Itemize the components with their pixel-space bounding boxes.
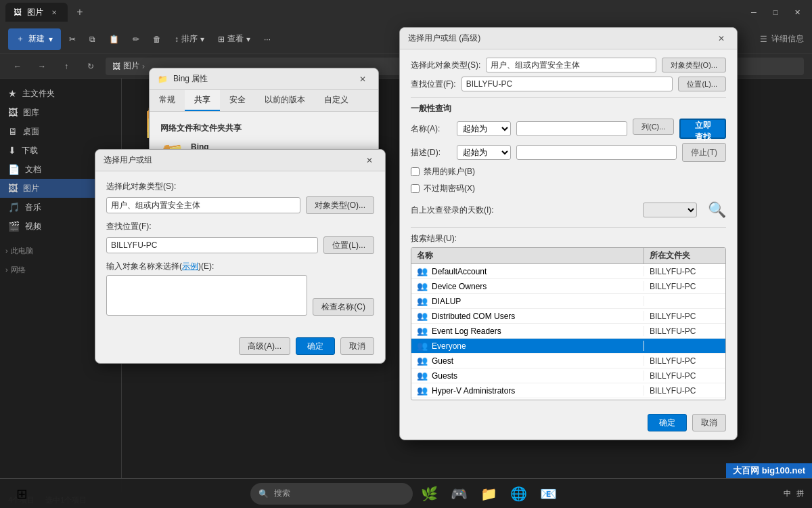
new-icon: ＋	[16, 33, 24, 45]
result-row[interactable]: 👥Distributed COM UsersBILLYFU-PC	[411, 309, 725, 324]
days-select[interactable]	[643, 203, 697, 217]
object-name-input[interactable]	[106, 275, 307, 316]
enter-name-label: 输入对象名称来选择(示例)(E):	[106, 261, 374, 272]
expand-icon-network: ›	[5, 266, 8, 274]
adv-location-btn[interactable]: 位置(L)...	[678, 77, 726, 91]
select-user-ok[interactable]: 确定	[296, 337, 335, 355]
taskbar-logo: ⊞	[8, 480, 35, 507]
tab-security[interactable]: 安全	[220, 90, 255, 111]
paste-button[interactable]: 📋	[104, 28, 125, 50]
copy-button[interactable]: ⧉	[84, 28, 101, 50]
result-name-text: Hyper-V Administrators	[432, 386, 515, 396]
no-expire-checkbox[interactable]	[411, 184, 420, 193]
taskbar-browser-icon[interactable]: 🌐	[505, 480, 532, 507]
adv-select-type-label: 选择此对象类型(S):	[411, 60, 480, 71]
minimize-button[interactable]: ─	[744, 5, 763, 20]
tab-previous[interactable]: 以前的版本	[255, 90, 315, 111]
location-button[interactable]: 位置(L)...	[323, 236, 374, 254]
check-names-button[interactable]: 检查名称(C)	[313, 298, 374, 316]
more-button[interactable]: ···	[258, 28, 276, 50]
tab-general[interactable]: 常规	[150, 90, 185, 111]
details-area: ☰ 详细信息	[760, 33, 804, 45]
disabled-account-checkbox[interactable]	[411, 167, 420, 176]
result-row[interactable]: 👥DIALUP	[411, 294, 725, 309]
delete-icon: 🗑	[153, 35, 161, 44]
tab-pictures[interactable]: 🖼 图片 ✕	[5, 3, 68, 22]
result-row[interactable]: 👥GuestBILLYFU-PC	[411, 354, 725, 368]
adv-ok-button[interactable]: 确定	[648, 414, 687, 431]
result-row[interactable]: 👥Everyone	[411, 339, 725, 354]
bing-props-icon: 📁	[158, 75, 168, 84]
name-condition-select[interactable]: 起始为	[457, 121, 511, 136]
tab-close[interactable]: ✕	[49, 7, 60, 18]
example-link[interactable]: 示例	[182, 261, 198, 271]
new-button[interactable]: ＋ 新建 ▾	[8, 28, 61, 50]
forward-button[interactable]: →	[32, 57, 51, 76]
result-location-cell: BILLYFU-PC	[644, 267, 725, 276]
bing-props-close[interactable]: ✕	[355, 72, 370, 87]
result-name-cell: 👥Distributed COM Users	[411, 311, 644, 321]
stop-button[interactable]: 停止(T)	[682, 143, 726, 162]
new-tab-button[interactable]: +	[70, 3, 89, 22]
taskbar-game-icon[interactable]: 🎮	[445, 480, 472, 507]
close-button[interactable]: ✕	[788, 5, 807, 20]
adv-cancel-button[interactable]: 取消	[692, 414, 726, 431]
result-row[interactable]: 👥IIS_IUSRSBILLYFU-PC	[411, 398, 725, 400]
query-options: 禁用的账户(B)	[411, 166, 726, 180]
up-button[interactable]: ↑	[57, 57, 76, 76]
taskbar-time: 中	[784, 488, 791, 499]
watermark: 大百网 big100.net	[726, 463, 812, 478]
tab-custom[interactable]: 自定义	[315, 90, 358, 111]
start-button[interactable]: ⊞	[8, 480, 35, 507]
result-row[interactable]: 👥Hyper-V AdministratorsBILLYFU-PC	[411, 383, 725, 398]
sort-dropdown-icon: ▾	[200, 35, 204, 44]
name-query-input[interactable]	[516, 121, 627, 136]
select-user-advanced-close[interactable]: ✕	[714, 31, 729, 46]
taskbar-nature-icon[interactable]: 🌿	[415, 480, 443, 507]
sidebar-item-desktop[interactable]: 🖥 桌面	[0, 122, 121, 141]
result-name-cell: 👥Guests	[411, 371, 644, 381]
rename-button[interactable]: ✏	[127, 28, 145, 50]
documents-icon: 📄	[8, 164, 20, 175]
back-button[interactable]: ←	[8, 57, 27, 76]
tab-share[interactable]: 共享	[185, 90, 220, 111]
result-row[interactable]: 👥DefaultAccountBILLYFU-PC	[411, 264, 725, 279]
sidebar-item-home[interactable]: ★ 主文件夹	[0, 84, 121, 103]
refresh-button[interactable]: ↻	[81, 57, 100, 76]
result-name-text: DIALUP	[432, 297, 461, 306]
select-user-adv-title: 选择用户或组 (高级)	[408, 33, 480, 44]
sidebar-item-gallery[interactable]: 🖼 图库	[0, 103, 121, 122]
advanced-button[interactable]: 高级(A)...	[239, 337, 290, 355]
desc-query-row: 描述(D): 起始为 停止(T)	[411, 143, 726, 162]
result-row[interactable]: 👥Event Log ReadersBILLYFU-PC	[411, 324, 725, 339]
adv-object-type-btn[interactable]: 对象类型(O)...	[662, 58, 726, 72]
taskbar-mail-icon[interactable]: 📧	[535, 480, 562, 507]
select-user-advanced-titlebar: 选择用户或组 (高级) ✕	[400, 28, 737, 49]
results-body: 👥DefaultAccountBILLYFU-PC👥Device OwnersB…	[411, 264, 725, 400]
taskbar-explorer-icon[interactable]: 📁	[475, 480, 502, 507]
desc-condition-select[interactable]: 起始为	[457, 145, 511, 160]
cut-button[interactable]: ✂	[64, 28, 81, 50]
result-row[interactable]: 👥Device OwnersBILLYFU-PC	[411, 279, 725, 294]
object-type-value: 用户、组或内置安全主体	[106, 197, 300, 213]
start-icon: ⊞	[16, 486, 28, 502]
sort-button[interactable]: ↕ 排序 ▾	[169, 28, 210, 50]
result-location-cell: BILLYFU-PC	[644, 312, 725, 321]
select-user-small-content: 选择此对象类型(S): 用户、组或内置安全主体 对象类型(O)... 查找位置(…	[95, 171, 385, 332]
column-btn[interactable]: 列(C)...	[633, 119, 674, 135]
result-row[interactable]: 👥GuestsBILLYFU-PC	[411, 368, 725, 383]
maximize-button[interactable]: □	[766, 5, 785, 20]
taskbar-search-box[interactable]: 🔍 搜索	[250, 483, 413, 505]
select-user-cancel[interactable]: 取消	[340, 337, 374, 355]
result-name-text: Distributed COM Users	[432, 312, 515, 321]
find-button[interactable]: 立即查找(N)	[679, 119, 726, 139]
taskbar-right: 中 拼	[784, 488, 804, 499]
object-type-button[interactable]: 对象类型(O)...	[306, 196, 374, 214]
desc-query-input[interactable]	[516, 145, 677, 160]
detail-label: 详细信息	[771, 33, 804, 45]
delete-button[interactable]: 🗑	[148, 28, 166, 50]
videos-icon: 🎬	[8, 221, 20, 232]
cut-icon: ✂	[69, 35, 76, 44]
view-button[interactable]: ⊞ 查看 ▾	[212, 28, 256, 50]
select-user-small-close[interactable]: ✕	[362, 153, 377, 168]
